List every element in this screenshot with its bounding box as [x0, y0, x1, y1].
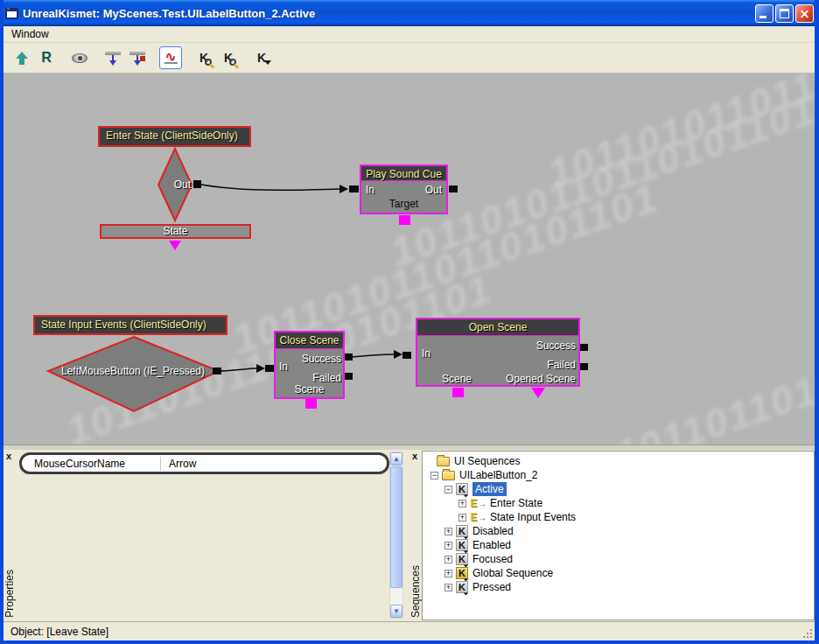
scene-label: Scene [442, 373, 472, 385]
menu-window[interactable]: Window [4, 27, 57, 41]
app-icon [5, 8, 18, 19]
expand-icon[interactable]: + [458, 500, 466, 508]
folder-icon [442, 471, 455, 480]
sequences-panel-label: Sequences [410, 565, 422, 618]
expand-icon[interactable]: + [444, 556, 452, 564]
show-output-connectors-button[interactable] [102, 46, 124, 69]
tree-item-active[interactable]: − K Active [423, 482, 814, 496]
properties-panel-label: Properties [4, 570, 16, 618]
in-label: In [366, 184, 374, 196]
scene-label: Scene [276, 383, 343, 396]
status-text: Object: [Leave State] [10, 626, 108, 638]
kismet-sequence-icon: K [456, 553, 468, 565]
event-link-icon: E→ [470, 511, 486, 523]
scroll-down-icon[interactable]: ▼ [390, 605, 402, 618]
expand-icon[interactable]: + [444, 570, 452, 578]
title-bar[interactable]: UnrealKismet: MyScenes.Test.UILabelButto… [0, 0, 819, 26]
opened-scene-label: Opened Scene [506, 373, 576, 385]
tree-item-uilabelbutton2[interactable]: − UILabelButton_2 [423, 468, 814, 482]
open-scene-body[interactable]: In Success Failed Scene Opened Scene [416, 336, 580, 387]
property-value[interactable]: Arrow [161, 458, 196, 470]
open-scene-in-connector[interactable] [402, 352, 411, 359]
kismet-icon: K [257, 51, 266, 65]
wire-out-to-playsound[interactable] [201, 185, 340, 190]
up-arrow-icon [16, 52, 28, 65]
property-row[interactable]: MouseCursorName Arrow [19, 452, 389, 474]
expand-icon[interactable]: + [458, 514, 466, 522]
failed-label: Failed [312, 372, 341, 384]
search-kismet-button[interactable]: K [192, 46, 215, 69]
scroll-up-icon[interactable]: ▲ [390, 452, 402, 466]
sequences-close-icon[interactable]: x [412, 452, 417, 461]
search-current-icon: K [224, 51, 233, 65]
hide-connectors-button[interactable] [68, 46, 91, 69]
tree-item-enabled[interactable]: + K Enabled [423, 538, 814, 552]
tree-item-ui-sequences[interactable]: UI Sequences [423, 454, 814, 468]
open-scene-failed-connector[interactable] [580, 363, 588, 370]
play-sound-cue-title[interactable]: Play Sound Cue [360, 164, 448, 182]
play-sound-cue-body[interactable]: In Out Target [360, 181, 448, 214]
properties-scrollbar[interactable]: ▲ ▼ [389, 452, 403, 619]
window-title: UnrealKismet: MyScenes.Test.UILabelButto… [23, 7, 315, 20]
input-event-out-connector[interactable] [213, 368, 221, 374]
kismet-sequence-icon: K [456, 539, 468, 551]
close-scene-scene-connector[interactable] [305, 399, 317, 409]
state-variable-connector[interactable] [169, 241, 181, 250]
tree-item-disabled[interactable]: + K Disabled [423, 524, 814, 538]
open-scene-scene-connector[interactable] [452, 388, 464, 397]
expand-icon[interactable]: + [444, 528, 452, 536]
enter-state-node-title[interactable]: Enter State (ClientSideOnly) [98, 126, 251, 147]
search-current-button[interactable]: K [217, 46, 240, 69]
target-label: Target [361, 198, 446, 210]
wire-success-to-openscene[interactable] [352, 354, 394, 357]
play-sound-out-connector[interactable] [449, 186, 458, 192]
draw-curves-button[interactable]: ∿ [159, 46, 182, 69]
success-label: Success [536, 340, 576, 352]
close-scene-title[interactable]: Close Scene [274, 331, 345, 350]
wire-event-to-closescene[interactable] [221, 368, 256, 371]
close-scene-body[interactable]: In Success Failed Scene [274, 349, 345, 399]
enter-state-out-connector[interactable] [193, 180, 201, 188]
tree-item-state-input-events[interactable]: + E→ State Input Events [423, 510, 814, 524]
maximize-button[interactable] [775, 4, 794, 23]
pin-blue-icon [105, 51, 121, 66]
sequences-tree[interactable]: UI Sequences − UILabelButton_2 − K Activ… [422, 451, 815, 620]
tree-item-focused[interactable]: + K Focused [423, 552, 814, 566]
tree-item-enter-state[interactable]: + E→ Enter State [423, 496, 814, 510]
play-sound-in-connector[interactable] [349, 186, 359, 192]
close-scene-success-connector[interactable] [345, 354, 353, 360]
parent-sequence-button[interactable] [10, 46, 33, 69]
collapse-icon[interactable]: − [444, 486, 452, 494]
enter-state-variable-box[interactable]: State [100, 224, 251, 239]
close-scene-failed-connector[interactable] [345, 373, 353, 380]
kismet-window: UnrealKismet: MyScenes.Test.UILabelButto… [0, 0, 819, 644]
out-label: Out [425, 184, 442, 196]
target-connector[interactable] [399, 215, 410, 225]
collapse-icon[interactable]: − [430, 472, 438, 480]
state-input-events-title[interactable]: State Input Events (ClientSideOnly) [33, 315, 228, 335]
expand-icon[interactable]: + [444, 584, 452, 592]
tree-item-pressed[interactable]: + K Pressed [423, 580, 814, 594]
close-scene-in-connector[interactable] [265, 365, 274, 372]
resize-grip-icon[interactable] [802, 627, 813, 639]
open-scene-success-connector[interactable] [580, 344, 588, 351]
left-mouse-button-label: LeftMouseButton (IE_Pressed) [46, 365, 220, 377]
show-variable-connectors-button[interactable] [126, 46, 149, 69]
open-scene-title[interactable]: Open Scene [416, 318, 580, 337]
expand-icon[interactable]: + [444, 542, 452, 550]
open-kismet-button[interactable]: K [250, 46, 273, 69]
sequences-panel: x Sequences UI Sequences − UILabelButton… [410, 450, 815, 621]
wire-arrowhead [256, 364, 265, 373]
rename-sequence-button[interactable]: R [35, 46, 58, 69]
in-label: In [422, 347, 430, 360]
opened-scene-connector[interactable] [531, 388, 545, 398]
graph-canvas[interactable]: 1011010110110101101 1011010110110101101 … [4, 74, 815, 444]
properties-close-icon[interactable]: x [6, 452, 11, 461]
scroll-thumb[interactable] [390, 466, 402, 588]
kismet-global-sequence-icon: K [456, 567, 468, 579]
minimize-button[interactable] [755, 4, 774, 23]
eye-icon [72, 53, 88, 63]
close-button[interactable] [795, 4, 814, 23]
maximize-icon [780, 9, 789, 18]
tree-item-global-sequence[interactable]: + K Global Sequence [423, 566, 814, 580]
